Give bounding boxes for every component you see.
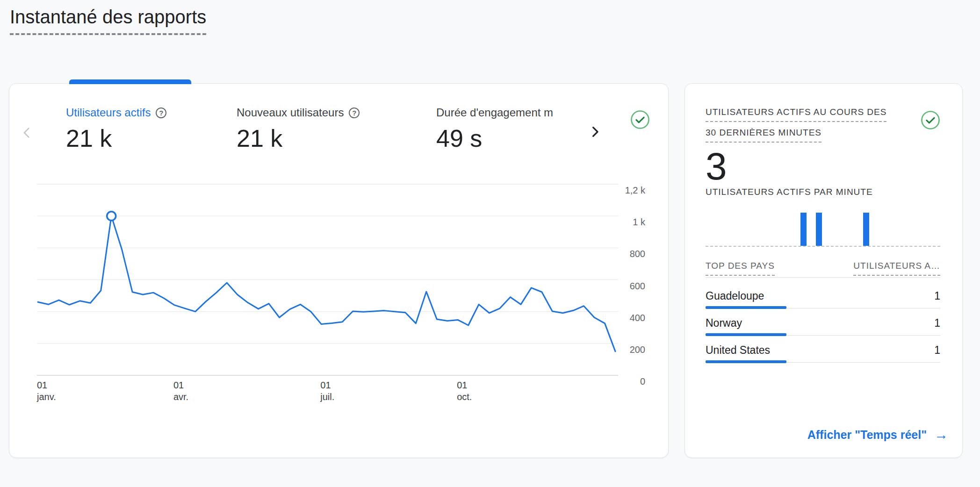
minute-slot [917,210,925,246]
minute-slot [807,210,815,246]
country-bar [706,360,786,363]
per-minute-label: UTILISATEURS ACTIFS PAR MINUTE [706,187,873,197]
minute-slot [862,210,870,246]
column-header-active-users: UTILISATEURS A… [853,261,940,276]
view-realtime-link[interactable]: Afficher "Temps réel" → [807,428,948,442]
minute-slot [776,210,784,246]
active-users-count: 3 [706,147,727,186]
minute-slot [729,210,737,246]
country-users-value: 1 [934,344,940,357]
minute-slot [854,210,862,246]
realtime-title-line1: UTILISATEURS ACTIFS AU COURS DES [706,107,886,122]
minute-slot [760,210,768,246]
table-row: Norway 1 [706,311,940,338]
metric-label[interactable]: Nouveaux utilisateurs [237,106,344,119]
carousel-next-button[interactable] [586,124,603,141]
table-row: United States 1 [706,338,940,365]
country-bar-track [706,360,940,363]
x-tick-label: 01oct. [457,380,472,403]
minute-slot [886,210,894,246]
peak-data-point-marker[interactable] [107,212,116,221]
realtime-table-header: TOP DES PAYS UTILISATEURS A… [706,261,940,276]
minute-slot [894,210,901,246]
help-icon[interactable]: ? [156,107,166,118]
y-tick-label: 200 [584,344,645,355]
arrow-right-icon: → [934,428,948,442]
y-tick-label: 1 k [584,217,645,227]
country-name: Guadeloupe [706,289,764,302]
chevron-left-icon [20,125,35,142]
minute-slot [932,210,940,246]
realtime-title: UTILISATEURS ACTIFS AU COURS DES 30 DERN… [706,107,886,148]
realtime-card: UTILISATEURS ACTIFS AU COURS DES 30 DERN… [685,83,963,458]
metrics-overview-card: Utilisateurs actifs ? 21 k Nouveaux util… [9,83,669,458]
per-minute-bar-chart [706,210,940,247]
country-name: Norway [706,316,742,329]
realtime-title-line2: 30 DERNIÈRES MINUTES [706,128,821,143]
country-users-value: 1 [934,290,940,302]
table-row: Guadeloupe 1 [706,284,940,311]
minute-slot [838,210,846,246]
metric-value: 49 s [436,124,553,153]
country-bar-track [706,306,940,309]
minute-slot [831,210,839,246]
country-bar [706,333,786,336]
country-bar [706,306,786,309]
y-tick-label: 1,2 k [584,185,645,195]
metric-label[interactable]: Durée d'engagement m [436,106,553,119]
data-quality-check-icon[interactable] [921,110,940,130]
minute-slot [870,210,878,246]
minute-slot [745,210,753,246]
table-divider [706,277,940,278]
minute-bar [800,213,807,246]
minute-slot [925,210,933,246]
minute-slot [823,210,831,246]
country-bar-track [706,333,940,336]
minute-slot [901,210,909,246]
x-tick-label: 01avr. [173,380,188,403]
active-tab-indicator [69,79,191,84]
metric-tab-engagement-time[interactable]: Durée d'engagement m 49 s [436,106,553,153]
help-icon[interactable]: ? [349,107,360,118]
minute-slot [846,210,854,246]
country-rows: Guadeloupe 1 Norway 1 United States 1 [706,284,940,365]
minute-bar [863,213,869,246]
y-tick-label: 800 [584,249,645,259]
minute-slot [909,210,917,246]
x-tick-label: 01juil. [320,380,334,403]
column-header-country: TOP DES PAYS [706,261,775,276]
minute-slot [792,210,800,246]
carousel-prev-button[interactable] [19,125,36,142]
country-name: United States [706,344,770,357]
y-tick-label: 0 [584,376,645,387]
minute-slot [713,210,721,246]
minute-slot [800,210,807,246]
view-realtime-label: Afficher "Temps réel" [807,428,927,442]
minute-slot [737,210,745,246]
minute-slot [752,210,760,246]
minute-slot [878,210,886,246]
metric-value: 21 k [66,124,166,153]
active-users-line-chart[interactable] [37,184,618,375]
country-users-value: 1 [934,317,940,329]
metric-tab-active-users[interactable]: Utilisateurs actifs ? 21 k [66,106,166,153]
minute-slot [768,210,776,246]
minute-slot [784,210,792,246]
minute-slot [721,210,729,246]
metric-value: 21 k [237,124,360,153]
y-tick-label: 400 [584,313,645,323]
minute-bar [816,213,822,246]
chevron-right-icon [587,124,602,141]
active-users-series-line [38,216,615,351]
page-title: Instantané des rapports [10,7,206,35]
minute-slot [706,210,713,246]
data-quality-check-icon[interactable] [630,110,650,129]
x-tick-label: 01janv. [37,380,56,403]
metric-tab-new-users[interactable]: Nouveaux utilisateurs ? 21 k [237,106,360,153]
minute-slot [815,210,823,246]
metric-label[interactable]: Utilisateurs actifs [66,106,151,119]
y-tick-label: 600 [584,281,645,291]
